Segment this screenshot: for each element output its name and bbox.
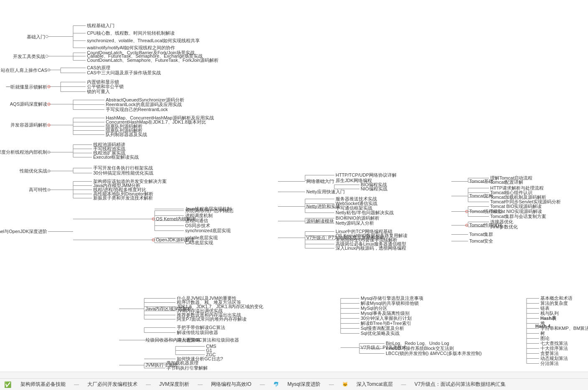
nav-icon-arch: ✅ bbox=[4, 381, 11, 388]
svg-text:synchronized、volatile、ThreadLo: synchronized、volatile、ThreadLocal如何实现线程共… bbox=[87, 38, 200, 43]
svg-text:解读传统垃圾回收器: 解读传统垃圾回收器 bbox=[177, 330, 218, 335]
svg-text:手写实现自己的ReentrantLock: 手写实现自己的ReentrantLock bbox=[106, 107, 168, 112]
svg-text:队列制容器器及实战: 队列制容器器及实战 bbox=[106, 132, 147, 137]
svg-text:高可特性: 高可特性 bbox=[29, 187, 47, 192]
svg-text:进程间通信: 进程间通信 bbox=[185, 218, 208, 223]
svg-text:十大排序算法: 十大排序算法 bbox=[540, 346, 568, 351]
mindmap-diagram: 线程基础入门 CPU核心数、线程数、时间片轮转机制解读 synchronized… bbox=[0, 0, 588, 390]
main-container: 线程基础入门 CPU核心数、线程数、时间片轮转机制解读 synchronized… bbox=[0, 0, 588, 390]
svg-text:Tomcat集群: Tomcat集群 bbox=[469, 232, 493, 237]
svg-text:synchronized底层实现: synchronized底层实现 bbox=[185, 228, 231, 233]
svg-text:锁的可重入: 锁的可重入 bbox=[87, 89, 110, 94]
svg-text:基础入门: 基础入门 bbox=[27, 34, 45, 39]
svg-text:并发容器源码解析: 并发容器源码解析 bbox=[10, 122, 47, 127]
svg-text:站在巨人肩上操作CAS: 站在巨人肩上操作CAS bbox=[1, 68, 47, 73]
nav-item-tomcat[interactable]: 深入Tomcat底层 bbox=[356, 381, 393, 388]
svg-text:解读Mysql的共享锁和排他锁: 解读Mysql的共享锁和排他锁 bbox=[361, 301, 419, 306]
svg-text:OS同步技术: OS同步技术 bbox=[185, 223, 210, 228]
svg-text:动态规划算法: 动态规划算法 bbox=[540, 356, 568, 361]
svg-text:ReentrantLock的底层源码及应用实战: ReentrantLock的底层源码及应用实战 bbox=[106, 102, 182, 107]
nav-separator-3: — bbox=[198, 382, 203, 387]
svg-text:Netty进阶和实战: Netty进阶和实战 bbox=[306, 204, 340, 209]
nav-item-mysql[interactable]: Mysql深度进阶 bbox=[288, 381, 321, 388]
nav-separator-1: — bbox=[74, 382, 79, 387]
svg-text:30分钟深入掌握执行计划: 30分钟深入掌握执行计划 bbox=[361, 316, 412, 321]
nav-item-network[interactable]: 网络编程与高效IO bbox=[211, 381, 252, 388]
nav-item-v7[interactable]: V7升级点：面试必问算法和数据结构汇集 bbox=[415, 381, 506, 388]
svg-text:AQS源码深度解读: AQS源码深度解读 bbox=[10, 101, 47, 106]
svg-text:NIO编程实战: NIO编程实战 bbox=[361, 186, 387, 191]
svg-text:一听就懂显示锁解析: 一听就懂显示锁解析 bbox=[6, 84, 47, 89]
svg-text:Java线程底层实现机制: Java线程底层实现机制 bbox=[185, 206, 232, 211]
svg-text:Tomcat NIO实现源码解读: Tomcat NIO实现源码解读 bbox=[490, 209, 542, 214]
svg-text:类加载机器原理: 类加载机器原理 bbox=[166, 360, 199, 365]
svg-text:性能优化实战: 性能优化实战 bbox=[19, 168, 47, 173]
svg-text:贪婪算法: 贪婪算法 bbox=[540, 351, 559, 356]
svg-text:CAS底层实现: CAS底层实现 bbox=[185, 240, 213, 245]
svg-text:七大查找算法: 七大查找算法 bbox=[540, 341, 568, 346]
svg-text:Netty粘包/半包问题解决实战: Netty粘包/半包问题解决实战 bbox=[336, 210, 394, 215]
nav-item-jvm[interactable]: JVM深度剖析 bbox=[159, 381, 189, 388]
svg-text:CAS中三大问题及原子操作场景实战: CAS中三大问题及原子操作场景实战 bbox=[87, 70, 161, 75]
svg-text:手把手带你解读GC算法: 手把手带你解读GC算法 bbox=[177, 325, 225, 330]
svg-text:volatile底层实现: volatile底层实现 bbox=[185, 235, 218, 240]
svg-text:InnoDB与操作系统Block交互法则: InnoDB与操作系统Block交互法则 bbox=[386, 346, 454, 351]
svg-text:wait/notify/notifyAll如何实现线程之间的: wait/notify/notifyAll如何实现线程之间的协作 bbox=[87, 45, 175, 50]
svg-text:Sql慢查询配置及分析: Sql慢查询配置及分析 bbox=[361, 326, 404, 331]
nav-icon-mysql: 🐬 bbox=[273, 382, 279, 387]
svg-text:JVM参数优化: JVM参数优化 bbox=[490, 224, 518, 229]
svg-text:Tomcat集群与会话复制方案: Tomcat集群与会话复制方案 bbox=[490, 214, 546, 219]
bottom-nav: ✅ 架构师筑基必备技能 — 大厂必问开发编程技术 — JVM深度剖析 — 网络编… bbox=[0, 378, 588, 390]
svg-text:开发工具类实战: 开发工具类实战 bbox=[13, 54, 45, 59]
svg-text:Netty源码深入分析: Netty源码深入分析 bbox=[336, 220, 374, 225]
svg-text:BinLog、Redo Log、Undo Log: BinLog、Redo Log、Undo Log bbox=[386, 341, 449, 346]
nav-icon-tomcat: 🐱 bbox=[342, 382, 348, 387]
svg-text:图论: 图论 bbox=[540, 336, 550, 341]
svg-text:CountDownLatch、Semaphore、Futur: CountDownLatch、Semaphore、FutureTask、Fork… bbox=[87, 58, 219, 63]
svg-text:Tomcat安全: Tomcat安全 bbox=[469, 238, 493, 243]
nav-separator-6: — bbox=[401, 382, 406, 387]
svg-text:线程基础入门: 线程基础入门 bbox=[87, 23, 115, 28]
svg-text:30分钟搞定应用性能优化实战: 30分钟搞定应用性能优化实战 bbox=[93, 170, 153, 175]
nav-item-arch[interactable]: 架构师筑基必备技能 bbox=[20, 381, 66, 388]
svg-text:深度分析线程池内部机制: 深度分析线程池内部机制 bbox=[0, 149, 47, 154]
nav-separator-2: — bbox=[146, 382, 151, 387]
svg-text:Netty应用快速入门: Netty应用快速入门 bbox=[306, 189, 345, 194]
svg-text:Mysql事务及隔离性级别: Mysql事务及隔离性级别 bbox=[361, 311, 410, 316]
svg-text:深入进阶GC算法和垃圾回收器: 深入进阶GC算法和垃圾回收器 bbox=[177, 337, 239, 342]
svg-text:链表: 链表 bbox=[540, 306, 550, 311]
svg-text:Tomcat配置详解: Tomcat配置详解 bbox=[490, 180, 523, 185]
svg-text:基本概念和术语: 基本概念和术语 bbox=[540, 296, 573, 301]
svg-text:Mysql存储引擎选型及注意事项: Mysql存储引擎选型及注意事项 bbox=[361, 296, 423, 301]
svg-text:LBCC(锁的并发控制) &MVCC(多版本并发控制): LBCC(锁的并发控制) &MVCC(多版本并发控制) bbox=[386, 351, 482, 356]
nav-item-dafang[interactable]: 大厂必问开发编程技术 bbox=[87, 381, 137, 388]
svg-text:CAS的原理: CAS的原理 bbox=[87, 65, 110, 70]
svg-text:BIO和NIO的源码解析: BIO和NIO的源码解析 bbox=[336, 215, 379, 220]
svg-text:Hash表: Hash表 bbox=[540, 316, 557, 321]
svg-text:Sql优化策略及实战: Sql优化策略及实战 bbox=[361, 331, 400, 336]
svg-text:树: 树 bbox=[540, 331, 545, 336]
svg-text:CPU核心数、线程数、时间片轮转机制解读: CPU核心数、线程数、时间片轮转机制解读 bbox=[87, 30, 175, 35]
svg-text:网络基础入门: 网络基础入门 bbox=[306, 179, 334, 184]
svg-text:进程调度机制: 进程调度机制 bbox=[185, 213, 213, 218]
svg-text:手写开发任务执行行框架实战: 手写开发任务执行行框架实战 bbox=[93, 165, 153, 170]
svg-text:阿里P7面试常问的堆外内存存解读: 阿里P7面试常问的堆外内存存解读 bbox=[177, 317, 247, 322]
svg-text:新振原子类和开发流技术解析: 新振原子类和开发流技术解析 bbox=[93, 195, 153, 200]
svg-text:Executor框架解读实战: Executor框架解读实战 bbox=[93, 154, 139, 160]
svg-text:Tomcat基础: Tomcat基础 bbox=[469, 179, 493, 184]
svg-text:解读BTree与B+Tree索引: 解读BTree与B+Tree索引 bbox=[361, 321, 411, 326]
svg-text:分治算法: 分治算法 bbox=[540, 361, 559, 366]
nav-separator-4: — bbox=[260, 382, 265, 387]
svg-text:Tomcat BIO实现源码解读: Tomcat BIO实现源码解读 bbox=[490, 204, 542, 209]
svg-text:HTTP/TCP/UDP网络协议详解: HTTP/TCP/UDP网络协议详解 bbox=[336, 172, 397, 177]
svg-text:栈与队列: 栈与队列 bbox=[540, 311, 559, 316]
svg-text:深入Linux内核源码，透彻网络编程: 深入Linux内核源码，透彻网络编程 bbox=[336, 246, 406, 251]
svg-text:字节码执行引擎解解: 字节码执行引擎解解 bbox=[166, 365, 208, 370]
svg-text:V7升级点: P7为技术必备 Kernel与OpenJDK深: V7升级点: P7为技术必备 Kernel与OpenJDK深度进阶 bbox=[0, 229, 47, 234]
svg-text:源码解读模块: 源码解读模块 bbox=[306, 218, 334, 223]
svg-text:公平锁和非公平锁: 公平锁和非公平锁 bbox=[87, 84, 124, 89]
nav-separator-5: — bbox=[329, 382, 334, 387]
svg-text:Hash 4: Hash 4 bbox=[535, 324, 551, 329]
svg-text:算法的复杂度: 算法的复杂度 bbox=[540, 301, 568, 306]
svg-text:连接器优化: 连接器优化 bbox=[490, 219, 513, 224]
